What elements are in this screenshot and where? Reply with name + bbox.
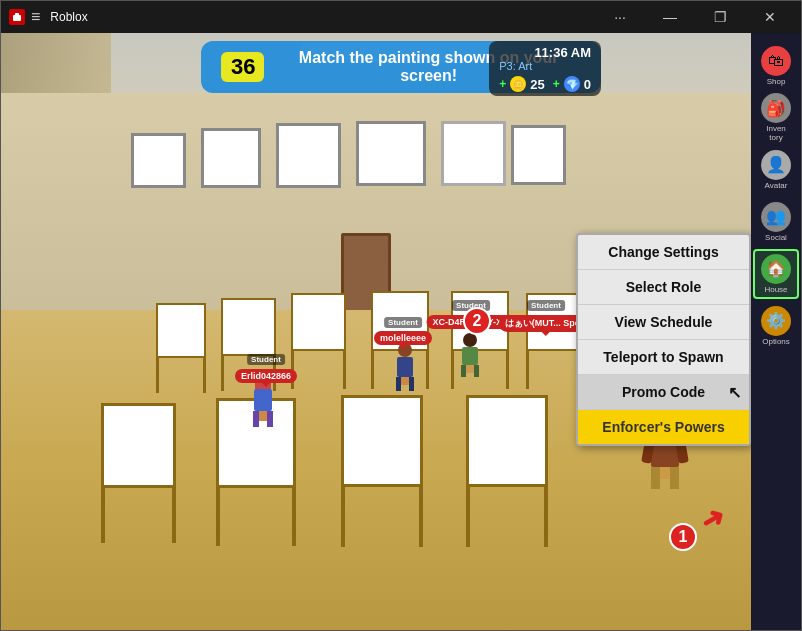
easel-front-1 bbox=[101, 403, 176, 543]
player1-name-label: Erlid042866 bbox=[235, 369, 297, 383]
minimize-button[interactable]: — bbox=[647, 1, 693, 33]
svg-rect-1 bbox=[15, 13, 19, 16]
more-button[interactable]: ··· bbox=[597, 1, 643, 33]
wall-painting-1 bbox=[131, 133, 186, 188]
hud-coins: + 🪙 25 + 💎 0 bbox=[499, 76, 591, 92]
avatar-icon: 👤 bbox=[761, 150, 791, 180]
avatar-button[interactable]: 👤 Avatar bbox=[753, 145, 799, 195]
wall-painting-3 bbox=[276, 123, 341, 188]
game-background: Student Erlid042866 Student molelleeee S… bbox=[1, 33, 801, 630]
enforcers-powers-button[interactable]: Enforcer's Powers bbox=[578, 410, 749, 444]
gold-coin-plus: + bbox=[499, 77, 506, 91]
player2-name-label: molelleeee bbox=[374, 331, 432, 345]
avatar-label: Avatar bbox=[765, 182, 788, 191]
options-icon: ⚙️ bbox=[761, 306, 791, 336]
hud-stats: 11:36 AM P3: Art + 🪙 25 + 💎 0 bbox=[489, 41, 601, 96]
easel-back-3 bbox=[291, 293, 346, 389]
game-area[interactable]: Student Erlid042866 Student molelleeee S… bbox=[1, 33, 801, 630]
wall-painting-4 bbox=[356, 121, 426, 186]
titlebar-controls: ··· — ❐ ✕ bbox=[597, 1, 793, 33]
select-role-button[interactable]: Select Role bbox=[578, 270, 749, 305]
inventory-button[interactable]: 🎒 Inventory bbox=[753, 93, 799, 143]
annotation-badge-2: 2 bbox=[463, 307, 491, 335]
gold-coin-icon: 🪙 bbox=[510, 76, 526, 92]
social-icon: 👥 bbox=[761, 202, 791, 232]
inventory-icon: 🎒 bbox=[761, 93, 791, 123]
promo-code-label: Promo Code bbox=[622, 384, 705, 400]
hud-timer: 36 bbox=[221, 52, 264, 82]
blue-coin-value: 0 bbox=[584, 77, 591, 92]
blue-coin-item: + 💎 0 bbox=[553, 76, 591, 92]
house-button[interactable]: 🏠 House bbox=[753, 249, 799, 299]
player-character-2 bbox=[396, 343, 414, 385]
teleport-to-spawn-button[interactable]: Teleport to Spawn bbox=[578, 340, 749, 375]
cursor-icon: ↖ bbox=[728, 383, 741, 402]
easel-front-3 bbox=[341, 395, 423, 547]
window: ≡ Roblox ··· — ❐ ✕ bbox=[0, 0, 802, 631]
shop-icon: 🛍 bbox=[761, 46, 791, 76]
change-settings-button[interactable]: Change Settings bbox=[578, 235, 749, 270]
window-title: Roblox bbox=[50, 10, 597, 24]
shop-button[interactable]: 🛍 Shop bbox=[753, 41, 799, 91]
house-label: House bbox=[764, 286, 787, 295]
easel-back-1 bbox=[156, 303, 206, 393]
player2-role-label: Student bbox=[384, 318, 422, 327]
maximize-button[interactable]: ❐ bbox=[697, 1, 743, 33]
hud-time: 11:36 AM bbox=[499, 45, 591, 60]
easel-front-4 bbox=[466, 395, 548, 547]
sidebar-right: 🛍 Shop 🎒 Inventory 👤 Avatar 👥 Social 🏠 bbox=[751, 33, 801, 630]
badge-2-label: 2 bbox=[473, 312, 482, 330]
inventory-label: Inventory bbox=[766, 125, 786, 143]
promo-code-button[interactable]: Promo Code ↖ bbox=[578, 375, 749, 410]
blue-coin-plus: + bbox=[553, 77, 560, 91]
hud-period: P3: Art bbox=[499, 60, 591, 72]
view-schedule-button[interactable]: View Schedule bbox=[578, 305, 749, 340]
roblox-icon bbox=[9, 9, 25, 25]
dropdown-menu: Change Settings Select Role View Schedul… bbox=[576, 233, 751, 446]
hamburger-icon[interactable]: ≡ bbox=[31, 8, 40, 26]
annotation-badge-1: 1 bbox=[669, 523, 697, 551]
badge-1-label: 1 bbox=[679, 528, 688, 546]
titlebar: ≡ Roblox ··· — ❐ ✕ bbox=[1, 1, 801, 33]
shop-label: Shop bbox=[767, 78, 786, 87]
wall-painting-6 bbox=[511, 125, 566, 185]
player-character-3 bbox=[461, 333, 479, 373]
gold-coin-item: + 🪙 25 bbox=[499, 76, 544, 92]
player4-role-label: Student bbox=[527, 301, 565, 310]
wall-painting-2 bbox=[201, 128, 261, 188]
social-label: Social bbox=[765, 234, 787, 243]
blue-coin-icon: 💎 bbox=[564, 76, 580, 92]
wall-painting-5 bbox=[441, 121, 506, 186]
options-button[interactable]: ⚙️ Options bbox=[753, 301, 799, 351]
gold-coin-value: 25 bbox=[530, 77, 544, 92]
close-button[interactable]: ✕ bbox=[747, 1, 793, 33]
house-icon: 🏠 bbox=[761, 254, 791, 284]
options-label: Options bbox=[762, 338, 790, 347]
player1-role-label: Student bbox=[247, 355, 285, 364]
social-button[interactable]: 👥 Social bbox=[753, 197, 799, 247]
